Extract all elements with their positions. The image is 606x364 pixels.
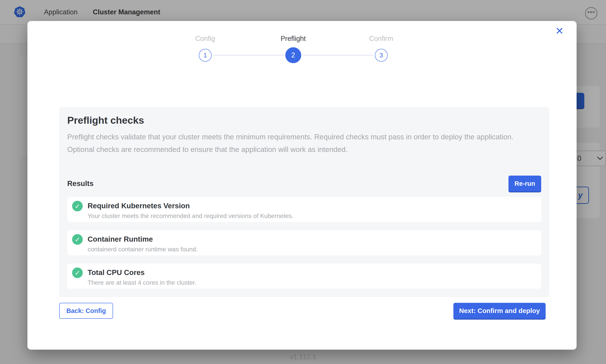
check-row: ✓ Required Kubernetes Version Your clust… [67, 197, 541, 222]
panel-title: Preflight checks [67, 115, 541, 126]
check-row: ✓ Container Runtime containerd container… [67, 230, 541, 255]
check-title: Total CPU Cores [88, 268, 196, 277]
check-title: Required Kubernetes Version [88, 202, 293, 210]
rerun-button[interactable]: Re-run [509, 176, 541, 192]
check-description: Your cluster meets the recommended and r… [88, 212, 293, 220]
step-config[interactable]: Config 1 [174, 35, 236, 65]
results-label: Results [67, 179, 94, 188]
wizard-stepper: Config 1 Preflight 2 Confirm 3 [161, 35, 426, 74]
app-root: Application Cluster Management ••• 0 y v… [0, 0, 606, 364]
check-row: ✓ Total CPU Cores There are at least 4 c… [67, 263, 541, 289]
check-success-icon: ✓ [72, 201, 83, 211]
results-header-row: Results Re-run [67, 176, 541, 192]
check-description: containerd container runtime was found. [88, 246, 198, 253]
step-circle: 3 [375, 49, 388, 62]
check-description: There are at least 4 cores in the cluste… [88, 279, 196, 286]
step-confirm[interactable]: Confirm 3 [350, 35, 412, 65]
step-label: Confirm [350, 35, 412, 44]
close-icon: ✕ [555, 25, 564, 37]
preflight-modal: ✕ Config 1 Preflight 2 Confirm 3 Preflig… [28, 21, 577, 350]
close-button[interactable]: ✕ [555, 26, 564, 36]
step-circle: 2 [285, 47, 301, 63]
check-success-icon: ✓ [72, 267, 83, 278]
check-success-icon: ✓ [72, 234, 83, 245]
step-label: Preflight [262, 35, 324, 44]
check-title: Container Runtime [88, 235, 198, 243]
next-button[interactable]: Next: Confirm and deploy [453, 303, 546, 319]
modal-footer: Back: Config Next: Confirm and deploy [59, 303, 546, 319]
step-circle: 1 [199, 49, 212, 62]
step-label: Config [174, 35, 236, 44]
step-preflight[interactable]: Preflight 2 [262, 35, 324, 65]
back-button[interactable]: Back: Config [59, 303, 113, 319]
panel-description: Preflight checks validate that your clus… [67, 130, 529, 156]
preflight-panel: Preflight checks Preflight checks valida… [59, 107, 549, 297]
